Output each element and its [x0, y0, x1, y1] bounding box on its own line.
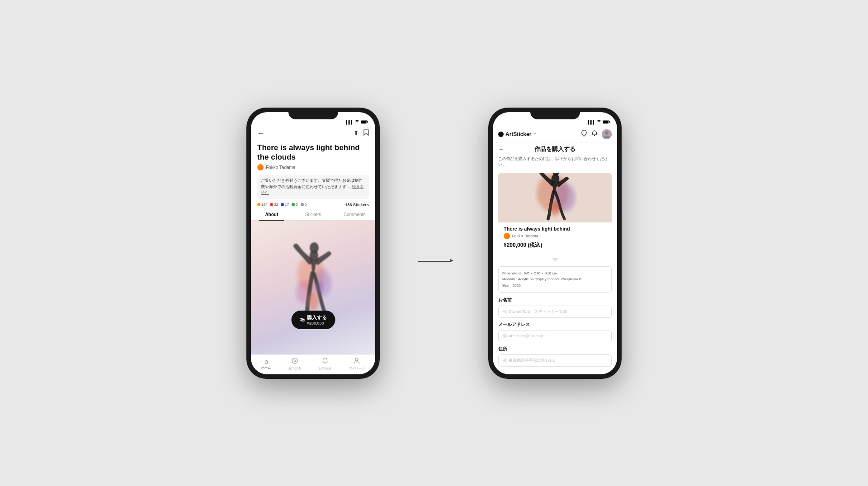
artsticker-logo: ArtSticker ™: [498, 131, 581, 137]
battery-icon-2: [603, 120, 610, 125]
header-icons: [581, 129, 612, 139]
logo-dot: [498, 132, 504, 137]
logo-tm: ™: [533, 132, 536, 136]
nav-item-mypage[interactable]: マイページ: [349, 358, 365, 371]
svg-rect-16: [583, 136, 585, 137]
back-icon-1[interactable]: ←: [257, 129, 264, 137]
artist-name-2: Fokko Tadama: [512, 234, 538, 238]
artwork-preview-artist: Fokko Tadama: [504, 233, 606, 239]
home-label: ホーム: [261, 366, 271, 370]
artwork-preview-image: [498, 173, 612, 222]
tab-comments[interactable]: Comments: [334, 209, 375, 220]
discover-label: 見つける: [288, 366, 301, 371]
artsticker-header: ArtSticker ™: [493, 127, 617, 142]
wifi-icon-1: [355, 120, 359, 124]
svg-point-9: [292, 358, 297, 363]
nav-item-home[interactable]: ⌂ ホーム: [261, 358, 271, 370]
svg-rect-11: [324, 363, 326, 363]
artwork-image-1: 🛍 購入する ¥200,000: [251, 221, 375, 354]
artwork-title-1: There is always light behind the clouds: [257, 143, 369, 162]
nav-item-notifications[interactable]: お知らせ: [319, 358, 331, 371]
mypage-icon: [354, 358, 360, 365]
nav-actions-1: ⬆: [354, 129, 369, 137]
svg-rect-15: [609, 121, 610, 123]
svg-point-8: [316, 281, 324, 294]
nav-item-discover[interactable]: 見つける: [288, 358, 301, 371]
notifications-label: お知らせ: [319, 366, 331, 371]
mypage-label: マイページ: [349, 366, 365, 371]
email-input[interactable]: 例) artsticker@t-c-m.art: [498, 330, 612, 342]
detail-year: Year : 2020: [502, 283, 608, 289]
svg-rect-14: [603, 121, 608, 123]
stat-orange: 124: [257, 203, 267, 207]
count-green: 5: [296, 203, 297, 207]
name-label: お名前: [498, 297, 612, 303]
form-section-address: 住所 例) 東京都渋谷区恵比寿1-1-1: [498, 346, 612, 367]
buy-icon: 🛍: [299, 317, 304, 322]
stickers-count: 183 Stickers: [345, 203, 369, 207]
form-section-name: お名前 例) Sticker Taro、スティッカー太郎: [498, 297, 612, 318]
flow-arrow: [416, 225, 452, 262]
artwork-price: ¥200,000 (税込): [504, 241, 606, 249]
count-orange: 124: [261, 203, 267, 207]
artwork-preview-card: There is always light behind Fokko Tadam…: [498, 173, 612, 253]
status-icons-2: ▌▌▌: [588, 120, 610, 125]
bookmark-icon-1[interactable]: [363, 129, 369, 137]
artist-avatar-1: [257, 164, 264, 170]
purchase-back-icon[interactable]: ←: [498, 146, 505, 153]
purchase-description: この作品を購入するためには、以下からお問い合わせください。: [498, 156, 612, 168]
share-icon-1[interactable]: ⬆: [354, 129, 359, 137]
bell-icon[interactable]: [592, 130, 597, 138]
count-gray: 5: [305, 203, 307, 207]
discover-icon: [292, 358, 298, 365]
svg-rect-2: [367, 121, 368, 123]
wifi-icon-2: [597, 120, 601, 124]
dot-gray: [301, 203, 304, 206]
svg-rect-1: [361, 121, 366, 123]
artwork-artist-1: Fokko Tadama: [257, 164, 369, 170]
arrow-line: [418, 261, 450, 262]
phone-2: ▌▌▌ ArtSticker ™: [488, 108, 622, 379]
detail-dimensions: Dimensions : W6 × D10 × H10 cm: [502, 270, 608, 277]
artwork-info-1: There is always light behind the clouds …: [251, 140, 375, 173]
detail-medium: Medium : Acrylic on Display monitor, Ras…: [502, 276, 608, 283]
tab-stickers[interactable]: Stickers: [292, 209, 334, 220]
address-input[interactable]: 例) 東京都渋谷区恵比寿1-1-1: [498, 354, 612, 367]
notch-1: [288, 108, 338, 119]
buy-label: 購入する: [307, 314, 327, 321]
artwork-preview-info: There is always light behind Fokko Tadam…: [498, 222, 612, 253]
svg-point-25: [551, 202, 560, 216]
notch-2: [530, 108, 580, 119]
stat-gray: 5: [301, 203, 307, 207]
stat-green: 5: [292, 203, 297, 207]
svg-point-6: [310, 242, 319, 253]
description-text-1: ご覧いただき有難うございます。支援で得たお金は制作費や海外での活動資金に使わせて…: [261, 178, 363, 189]
tab-about[interactable]: About: [251, 209, 292, 220]
artwork-preview-title: There is always light behind: [504, 226, 606, 231]
name-input[interactable]: 例) Sticker Taro、スティッカー太郎: [498, 306, 612, 318]
buy-button-1[interactable]: 🛍 購入する ¥200,000: [291, 311, 335, 329]
header-avatar[interactable]: [602, 129, 612, 139]
dot-green: [292, 203, 295, 206]
stat-red: 32: [270, 203, 278, 207]
phone-2-inner: ▌▌▌ ArtSticker ™: [493, 112, 617, 374]
scene: ▌▌▌ ← ⬆: [246, 108, 622, 379]
svg-point-10: [294, 360, 296, 362]
svg-rect-17: [583, 137, 585, 137]
description-box-1: ご覧いただき有難うございます。支援で得たお金は制作費や海外での活動資金に使わせて…: [257, 175, 369, 199]
purchase-scroll[interactable]: この作品を購入するためには、以下からお問い合わせください。: [493, 156, 617, 374]
purchase-title: 作品を購入する: [508, 145, 602, 153]
svg-point-20: [605, 131, 609, 135]
dot-blue: [281, 203, 284, 206]
battery-icon-1: [361, 120, 368, 125]
purchase-nav: ← 作品を購入する: [493, 142, 617, 156]
artwork-background-1: [251, 221, 375, 354]
dot-orange: [257, 203, 260, 206]
artwork-detail-box: Dimensions : W6 × D10 × H10 cm Medium : …: [498, 266, 612, 293]
lightbulb-icon[interactable]: [581, 130, 587, 138]
signal-icon-1: ▌▌▌: [346, 120, 354, 124]
dot-red: [270, 203, 273, 206]
logo-text: ArtSticker: [505, 131, 531, 137]
phone-1: ▌▌▌ ← ⬆: [246, 108, 380, 379]
buy-price: ¥200,000: [307, 321, 327, 326]
